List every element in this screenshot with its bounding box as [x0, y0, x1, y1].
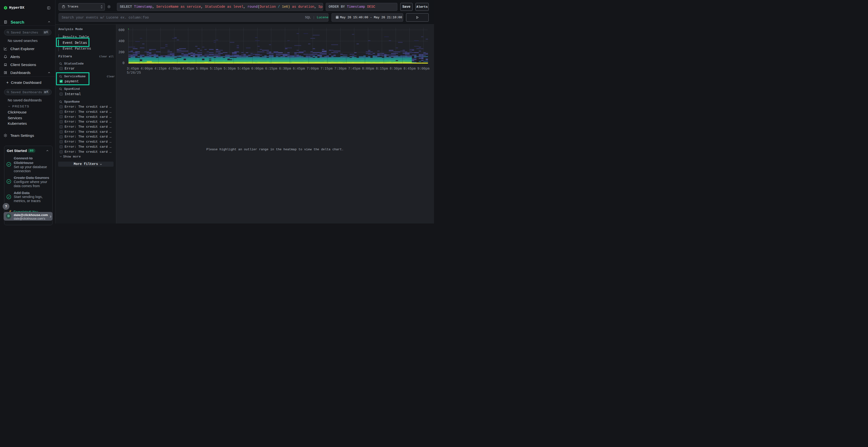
svg-text:8:00pm: 8:00pm	[362, 67, 374, 71]
svg-text:6:00pm: 6:00pm	[251, 67, 263, 71]
svg-text:8:30pm: 8:30pm	[390, 67, 402, 71]
svg-text:7:30pm: 7:30pm	[334, 67, 346, 71]
svg-text:4:45pm: 4:45pm	[182, 67, 194, 71]
svg-text:6:45pm: 6:45pm	[293, 67, 305, 71]
svg-text:5:30pm: 5:30pm	[223, 67, 236, 71]
svg-text:9:00pm: 9:00pm	[417, 67, 429, 71]
svg-text:7:00pm: 7:00pm	[307, 67, 319, 71]
svg-text:6:30pm: 6:30pm	[279, 67, 291, 71]
svg-text:5:15pm: 5:15pm	[210, 67, 222, 71]
svg-text:3:45pm: 3:45pm	[127, 67, 138, 71]
svg-text:7:45pm: 7:45pm	[348, 67, 360, 71]
svg-text:6:15pm: 6:15pm	[265, 67, 277, 71]
svg-text:4:30pm: 4:30pm	[168, 67, 180, 71]
svg-text:8:15pm: 8:15pm	[376, 67, 388, 71]
svg-text:7:15pm: 7:15pm	[320, 67, 333, 71]
svg-text:200: 200	[118, 50, 124, 54]
svg-text:400: 400	[118, 39, 124, 43]
svg-text:5/26/25: 5/26/25	[127, 71, 141, 75]
svg-text:0: 0	[123, 61, 124, 65]
svg-text:8:45pm: 8:45pm	[403, 67, 415, 71]
svg-text:4:00pm: 4:00pm	[141, 67, 153, 71]
svg-text:4:15pm: 4:15pm	[154, 67, 166, 71]
svg-text:5:45pm: 5:45pm	[238, 67, 250, 71]
svg-text:5:00pm: 5:00pm	[196, 67, 208, 71]
svg-text:600: 600	[118, 28, 124, 32]
